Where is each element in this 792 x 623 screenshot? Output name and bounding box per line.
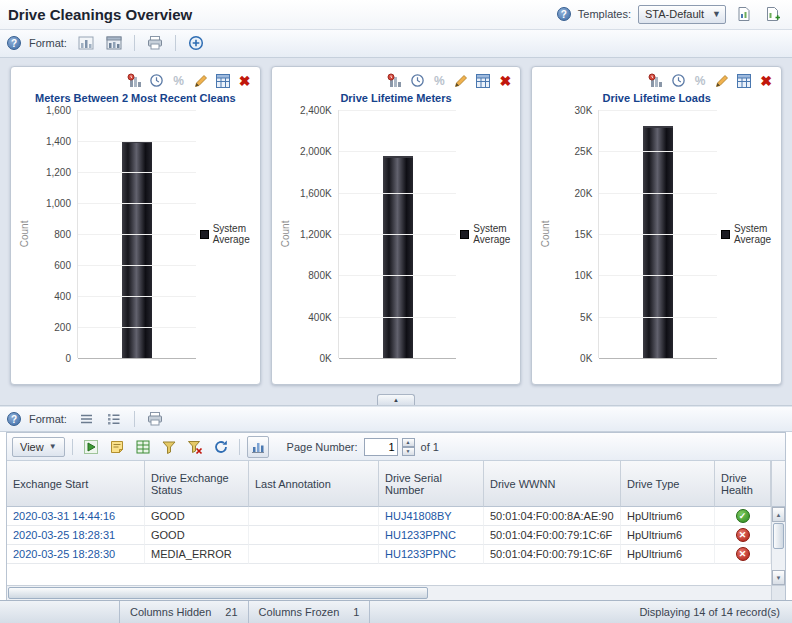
- table-row[interactable]: 2020-03-31 14:44:16GOODHUJ41808BY50:01:0…: [7, 507, 771, 526]
- panel-toolbar: % ✖: [538, 71, 775, 91]
- time-range-icon[interactable]: [669, 72, 687, 90]
- edit-icon[interactable]: [192, 72, 210, 90]
- save-template-icon[interactable]: [733, 3, 755, 25]
- cell-drive-type: HpUltrium6: [621, 507, 715, 526]
- cell-exchange-start[interactable]: 2020-03-25 18:28:30: [7, 545, 145, 564]
- gridline: [599, 193, 717, 194]
- help-icon[interactable]: ?: [7, 412, 21, 426]
- cell-drive-exchange-status: GOOD: [145, 526, 249, 545]
- refresh-icon[interactable]: [210, 436, 232, 458]
- table-format-toolbar: ? Format:: [0, 406, 792, 432]
- add-graph-icon[interactable]: [185, 32, 207, 54]
- y-tick-label: 1,600K: [300, 187, 332, 198]
- edit-icon[interactable]: [713, 72, 731, 90]
- chart-title: Drive Lifetime Loads: [538, 92, 775, 104]
- scroll-down-icon[interactable]: ▼: [772, 570, 785, 585]
- graph-layout-alt-icon[interactable]: [103, 32, 125, 54]
- horizontal-scrollbar[interactable]: [7, 585, 771, 600]
- table-row[interactable]: 2020-03-25 18:28:30MEDIA_ERRORHU1233PPNC…: [7, 545, 771, 564]
- remove-panel-icon[interactable]: ✖: [757, 72, 775, 90]
- horizontal-scrollbar-thumb[interactable]: [8, 587, 428, 599]
- collapse-charts-button[interactable]: ▲: [377, 394, 415, 405]
- status-bar: Columns Hidden 21 Columns Frozen 1 Displ…: [0, 600, 792, 623]
- graph-layout-icon[interactable]: [75, 32, 97, 54]
- legend-label: System Average: [734, 223, 775, 246]
- table-view-icon[interactable]: [735, 72, 753, 90]
- chart-options-icon[interactable]: [647, 72, 665, 90]
- cell-drive-serial-number[interactable]: HU1233PPNC: [379, 545, 484, 564]
- exchanges-table-section: View ▼ Page Number: ▲ ▼ of 1 Exchang: [6, 432, 786, 600]
- page-up-icon[interactable]: ▲: [402, 438, 415, 447]
- filter-icon[interactable]: [158, 436, 180, 458]
- chart-panel-drive-lifetime-loads: % ✖ Drive Lifetime Loads Count 30K25K20K…: [531, 66, 782, 385]
- annotation-icon[interactable]: [106, 436, 128, 458]
- cell-drive-type: HpUltrium6: [621, 526, 715, 545]
- legend-label: System Average: [213, 223, 254, 246]
- remove-panel-icon[interactable]: ✖: [236, 72, 254, 90]
- edit-icon[interactable]: [452, 72, 470, 90]
- y-tick-label: 10K: [575, 270, 593, 281]
- list-view-icon[interactable]: [75, 408, 97, 430]
- cell-drive-wwnn: 50:01:04:F0:00:79:1C:6F: [484, 545, 621, 564]
- scroll-up-icon[interactable]: ▲: [772, 507, 785, 522]
- y-tick-label: 1,600: [46, 104, 71, 115]
- detail-view-icon[interactable]: [103, 408, 125, 430]
- column-header-last-annotation[interactable]: Last Annotation: [249, 461, 379, 507]
- gridline: [78, 141, 196, 142]
- new-template-icon[interactable]: [762, 3, 784, 25]
- column-header-drive-exchange-status[interactable]: Drive Exchange Status: [145, 461, 249, 507]
- print-icon[interactable]: [144, 408, 166, 430]
- chart-panel-drive-lifetime-meters: % ✖ Drive Lifetime Meters Count 2,400K2,…: [271, 66, 522, 385]
- page-number-input[interactable]: [364, 438, 398, 456]
- time-range-icon[interactable]: [408, 72, 426, 90]
- chart-options-icon[interactable]: [386, 72, 404, 90]
- cell-exchange-start[interactable]: 2020-03-31 14:44:16: [7, 507, 145, 526]
- column-header-exchange-start[interactable]: Exchange Start: [7, 461, 145, 507]
- help-icon[interactable]: ?: [7, 36, 21, 50]
- page-down-icon[interactable]: ▼: [402, 447, 415, 456]
- legend-swatch: [460, 230, 469, 239]
- chart-legend: System Average: [196, 223, 254, 246]
- remove-panel-icon[interactable]: ✖: [496, 72, 514, 90]
- table-view-icon[interactable]: [474, 72, 492, 90]
- cell-exchange-start[interactable]: 2020-03-25 18:28:31: [7, 526, 145, 545]
- column-header-drive-type[interactable]: Drive Type: [621, 461, 715, 507]
- format-label: Format:: [29, 413, 67, 425]
- gridline: [339, 275, 457, 276]
- chart-view-icon[interactable]: [247, 436, 269, 458]
- gridline: [599, 275, 717, 276]
- scrollbar-header-block: [772, 461, 785, 507]
- table-row[interactable]: 2020-03-25 18:28:31GOODHU1233PPNC50:01:0…: [7, 526, 771, 545]
- y-tick-label: 400K: [308, 311, 331, 322]
- vertical-scrollbar[interactable]: ▲ ▼: [771, 461, 785, 600]
- column-header-drive-wwnn[interactable]: Drive WWNN: [484, 461, 621, 507]
- cell-drive-wwnn: 50:01:04:F0:00:8A:AE:90: [484, 507, 621, 526]
- y-tick-label: 1,400: [46, 135, 71, 146]
- page-number-label: Page Number:: [287, 441, 358, 453]
- y-tick-label: 0K: [580, 353, 592, 364]
- toolbar-divider: [239, 439, 240, 455]
- cell-drive-serial-number[interactable]: HU1233PPNC: [379, 526, 484, 545]
- legend-label: System Average: [473, 223, 514, 246]
- vertical-scrollbar-thumb[interactable]: [773, 523, 784, 549]
- chart-options-icon[interactable]: [126, 72, 144, 90]
- column-header-drive-serial-number[interactable]: Drive Serial Number: [379, 461, 484, 507]
- view-menu-button[interactable]: View ▼: [12, 437, 65, 457]
- clear-filter-icon[interactable]: [184, 436, 206, 458]
- percent-icon: %: [691, 72, 709, 90]
- export-icon[interactable]: [132, 436, 154, 458]
- time-range-icon[interactable]: [148, 72, 166, 90]
- table-view-icon[interactable]: [214, 72, 232, 90]
- table-header-row: Exchange Start Drive Exchange Status Las…: [7, 461, 771, 507]
- y-axis-label: Count: [538, 110, 552, 358]
- cell-drive-wwnn: 50:01:04:F0:00:79:1C:6F: [484, 526, 621, 545]
- go-icon[interactable]: [80, 436, 102, 458]
- help-icon[interactable]: ?: [557, 7, 571, 21]
- column-header-drive-health[interactable]: Drive Health: [715, 461, 771, 507]
- print-icon[interactable]: [144, 32, 166, 54]
- gridline: [78, 203, 196, 204]
- template-dropdown[interactable]: STA-Default ▼: [638, 5, 726, 24]
- gridline: [599, 234, 717, 235]
- cell-drive-serial-number[interactable]: HUJ41808BY: [379, 507, 484, 526]
- page-title: Drive Cleanings Overview: [8, 6, 192, 23]
